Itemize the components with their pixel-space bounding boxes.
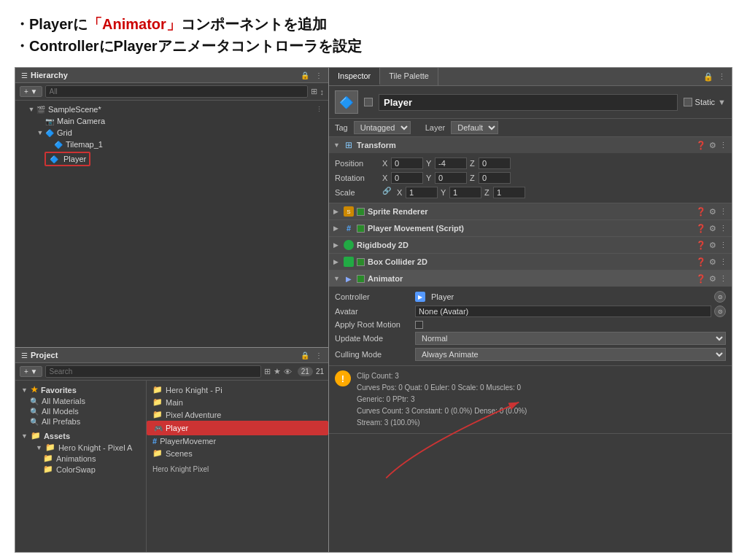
tag-layer-row: Tag Untagged Layer Default — [329, 119, 732, 137]
box-collider2d-header[interactable]: ▶ Box Collider 2D ❓ ⚙ ⋮ — [329, 254, 732, 270]
hero-knight-item[interactable]: ▼ 📁 Hero Knight - Pixel A — [15, 442, 146, 453]
bc-settings-icon[interactable]: ⚙ — [709, 257, 716, 267]
hierarchy-filter-icon[interactable]: ⊞ — [311, 87, 317, 96]
scale-x-input[interactable] — [406, 187, 438, 198]
sprite-settings-icon[interactable]: ⚙ — [709, 207, 716, 217]
scene-more[interactable]: ⋮ — [316, 106, 322, 113]
project-search-input[interactable] — [45, 365, 261, 378]
transform-arrow: ▼ — [333, 141, 341, 149]
inspector-more-icon[interactable]: ⋮ — [718, 72, 726, 82]
tree-item-samplescene[interactable]: ▼ 🎬 SampleScene* ⋮ — [15, 104, 328, 115]
anim-settings-icon[interactable]: ⚙ — [709, 274, 716, 284]
avatar-select-button[interactable]: ⊙ — [714, 306, 726, 317]
position-z-field: Z — [470, 158, 511, 169]
project-icon1[interactable]: ⊞ — [264, 367, 271, 376]
tree-item-grid[interactable]: ▼ 🔷 Grid — [15, 127, 328, 139]
player-movement-icon: # — [344, 223, 354, 233]
asset-hero-knight[interactable]: 📁 Hero Knight - Pi — [147, 384, 328, 396]
sprite-renderer-header[interactable]: ▶ S Sprite Renderer ❓ ⚙ ⋮ — [329, 203, 732, 219]
rotation-z-input[interactable] — [479, 172, 511, 184]
scene-label: SampleScene* — [48, 105, 101, 114]
player-movement-header[interactable]: ▶ # Player Movement (Script) ❓ ⚙ ⋮ — [329, 220, 732, 236]
sprite-more-icon[interactable]: ⋮ — [719, 207, 727, 217]
player-movement-title: Player Movement (Script) — [368, 224, 693, 233]
avatar-input[interactable] — [415, 306, 711, 317]
asset-main[interactable]: 📁 Main — [147, 396, 328, 408]
position-z-input[interactable] — [479, 158, 511, 169]
inspector-lock-icon[interactable]: 🔒 — [703, 72, 713, 82]
rb-help-icon[interactable]: ❓ — [696, 241, 706, 250]
tree-item-player[interactable]: 🔷 Player — [15, 150, 328, 168]
all-models-item[interactable]: 🔍 All Models — [15, 406, 146, 416]
apply-root-motion-checkbox[interactable] — [415, 321, 423, 329]
culling-mode-dropdown[interactable]: Always Animate — [415, 348, 726, 361]
all-prefabs-item[interactable]: 🔍 All Prefabs — [15, 416, 146, 427]
transform-more-icon[interactable]: ⋮ — [719, 141, 727, 150]
tab-tile-palette[interactable]: Tile Palette — [380, 68, 438, 85]
info-line2: Curves Pos: 0 Quat: 0 Euler: 0 Scale: 0 … — [357, 382, 726, 394]
pm-help-icon[interactable]: ❓ — [696, 224, 706, 233]
layer-dropdown[interactable]: Default — [451, 121, 498, 134]
colorswap-item[interactable]: 📁 ColorSwap — [15, 464, 146, 475]
hierarchy-add-button[interactable]: + ▼ — [20, 86, 42, 97]
object-active-checkbox[interactable] — [364, 98, 373, 106]
static-dropdown-arrow[interactable]: ▼ — [718, 98, 726, 106]
header-line1: ・Playerに「Animator」コンポーネントを追加 — [15, 13, 732, 35]
bc-help-icon[interactable]: ❓ — [696, 257, 706, 267]
update-mode-dropdown[interactable]: Normal — [415, 332, 726, 345]
transform-settings-icon[interactable]: ⚙ — [709, 141, 716, 150]
asset-player-movement[interactable]: # PlayerMovemer — [147, 435, 328, 447]
tree-item-maincamera[interactable]: 📷 Main Camera — [15, 115, 328, 127]
apply-root-motion-value — [415, 321, 726, 329]
static-checkbox[interactable] — [684, 98, 692, 106]
position-row: Position X Y — [335, 156, 726, 171]
scale-x-field: X — [397, 187, 438, 198]
anim-more-icon[interactable]: ⋮ — [719, 274, 727, 284]
anim-help-icon[interactable]: ❓ — [696, 274, 706, 284]
rb-settings-icon[interactable]: ⚙ — [709, 241, 716, 250]
box-collider2d-checkbox[interactable] — [357, 258, 365, 266]
box-collider2d-section: ▶ Box Collider 2D ❓ ⚙ ⋮ — [329, 254, 732, 271]
transform-help-icon[interactable]: ❓ — [696, 141, 706, 150]
position-y-input[interactable] — [435, 158, 467, 169]
object-icon-box: 🔷 — [335, 90, 358, 114]
hierarchy-search-input[interactable] — [45, 85, 308, 98]
pm-more-icon[interactable]: ⋮ — [719, 224, 727, 233]
avatar-row: Avatar ⊙ — [335, 304, 726, 319]
asset-player[interactable]: 🎮 Player — [147, 421, 328, 435]
animator-checkbox[interactable] — [357, 275, 365, 283]
project-icon2[interactable]: ★ — [274, 367, 281, 376]
hierarchy-panel: ☰ Hierarchy 🔒 ⋮ + ▼ ⊞ ↕ — [15, 68, 328, 348]
rotation-x-input[interactable] — [391, 172, 423, 184]
animations-item[interactable]: 📁 Animations — [15, 453, 146, 464]
hierarchy-sort-icon[interactable]: ↕ — [320, 88, 325, 96]
rb-more-icon[interactable]: ⋮ — [719, 241, 727, 250]
tree-item-tilemap[interactable]: 🔷 Tilemap_1 — [15, 139, 328, 150]
rigidbody2d-title: Rigidbody 2D — [357, 241, 693, 249]
position-x-input[interactable] — [391, 158, 423, 169]
project-add-button[interactable]: + ▼ — [20, 366, 42, 377]
project-icon3[interactable]: 👁 — [284, 368, 292, 376]
controller-select-button[interactable]: ⊙ — [714, 291, 726, 303]
sprite-renderer-checkbox[interactable] — [357, 208, 365, 216]
asset-pixel-adventure[interactable]: 📁 Pixel Adventure — [147, 408, 328, 421]
rotation-y-input[interactable] — [435, 172, 467, 184]
pm-settings-icon[interactable]: ⚙ — [709, 224, 716, 233]
sprite-help-icon[interactable]: ❓ — [696, 207, 706, 217]
bc-more-icon[interactable]: ⋮ — [719, 257, 727, 267]
player-movement-checkbox[interactable] — [357, 225, 365, 233]
rigidbody2d-arrow: ▶ — [333, 241, 341, 249]
tilemap-icon: 🔷 — [53, 139, 63, 149]
animator-header[interactable]: ▼ ▶ Animator ❓ ⚙ ⋮ — [329, 271, 732, 287]
transform-header[interactable]: ▼ ⊞ Transform ❓ ⚙ ⋮ — [329, 137, 732, 153]
all-materials-item[interactable]: 🔍 All Materials — [15, 396, 146, 406]
rigidbody2d-header[interactable]: ▶ Rigidbody 2D ❓ ⚙ ⋮ — [329, 237, 732, 253]
scale-z-input[interactable] — [493, 187, 525, 198]
tab-inspector[interactable]: Inspector — [329, 68, 380, 85]
scale-y-input[interactable] — [449, 187, 481, 198]
tag-dropdown[interactable]: Untagged — [354, 121, 411, 134]
asset-scenes[interactable]: 📁 Scenes — [147, 447, 328, 459]
object-name-input[interactable] — [379, 94, 678, 111]
rotation-label: Rotation — [335, 174, 382, 182]
asset-script-icon: # — [152, 437, 157, 446]
